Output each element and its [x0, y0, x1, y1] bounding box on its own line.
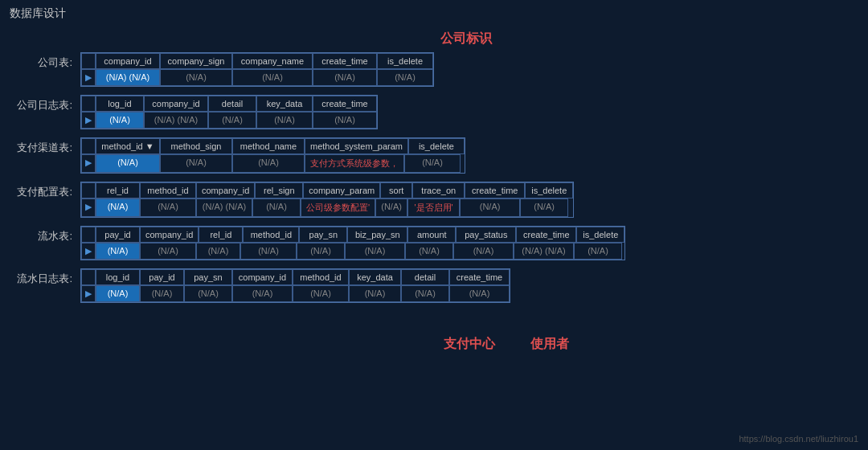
- column-header: key_data: [349, 269, 401, 285]
- table-cell: (N/A): [240, 243, 297, 260]
- table-cell: (N/A) (N/A): [144, 112, 208, 129]
- column-header: company_id: [144, 96, 208, 112]
- table-cell: (N/A): [140, 198, 196, 217]
- column-header: detail: [401, 269, 449, 285]
- table-cell: (N/A): [140, 285, 184, 302]
- column-header: rel_id: [96, 182, 140, 198]
- column-header: create_time: [516, 227, 576, 243]
- table-cell: (N/A): [349, 285, 401, 302]
- company-sign-heading: 公司标识: [80, 27, 852, 52]
- table-cell: (N/A): [208, 112, 256, 129]
- column-header: is_delete: [377, 53, 433, 69]
- table-cell: (N/A): [232, 154, 305, 173]
- column-header: method_sign: [160, 138, 232, 154]
- row-arrow: ▶: [81, 285, 96, 302]
- table-cell: (N/A) (N/A): [196, 198, 252, 217]
- table-cell: (N/A): [160, 154, 232, 173]
- column-header: company_name: [232, 53, 313, 69]
- table-label: 公司日志表:: [16, 95, 80, 112]
- column-header: is_delete: [576, 227, 624, 243]
- table-cell: (N/A): [520, 198, 568, 217]
- row-arrow: ▶: [81, 198, 96, 217]
- column-header: method_id: [293, 269, 349, 285]
- column-header: key_data: [256, 96, 313, 112]
- column-header: rel_sign: [255, 182, 303, 198]
- column-header: create_time: [465, 182, 525, 198]
- table-cell: (N/A): [449, 285, 510, 302]
- table-wrapper: pay_idcompany_idrel_idmethod_idpay_snbiz…: [80, 226, 625, 260]
- column-header: amount: [407, 227, 456, 243]
- table-cell: (N/A): [252, 198, 301, 217]
- table-cell: (N/A) (N/A): [96, 69, 160, 86]
- floating-label-user: 使用者: [530, 336, 569, 353]
- row-arrow: ▶: [81, 112, 96, 129]
- floating-label-payment-center: 支付中心: [444, 336, 495, 353]
- table-cell: (N/A): [313, 112, 377, 129]
- column-header: method_id: [243, 227, 299, 243]
- table-cell: (N/A): [160, 69, 232, 86]
- table-cell: (N/A): [96, 112, 144, 129]
- table-cell: (N/A): [232, 69, 313, 86]
- column-header: biz_pay_sn: [347, 227, 407, 243]
- db-row: 流水日志表:log_idpay_idpay_sncompany_idmethod…: [16, 268, 852, 303]
- db-row: 公司日志表:log_idcompany_iddetailkey_datacrea…: [16, 95, 852, 129]
- column-header: trace_on: [412, 182, 465, 198]
- table-cell: (N/A): [404, 154, 461, 173]
- table-cell: (N/A): [405, 243, 453, 260]
- table-cell: (N/A) (N/A): [514, 243, 574, 260]
- table-label: 支付渠道表:: [16, 137, 80, 155]
- table-cell: (N/A): [460, 198, 520, 217]
- column-header: detail: [208, 96, 256, 112]
- table-wrapper: rel_idmethod_idcompany_idrel_signcompany…: [80, 182, 574, 218]
- column-header: sort: [380, 182, 412, 198]
- table-cell: (N/A): [232, 285, 293, 302]
- table-cell: (N/A): [96, 198, 140, 217]
- column-header: pay_sn: [184, 269, 232, 285]
- column-header: company_param: [303, 182, 380, 198]
- column-header: create_time: [449, 269, 510, 285]
- row-arrow: ▶: [81, 243, 96, 260]
- column-header: company_id: [232, 269, 293, 285]
- db-row: 公司表:company_idcompany_signcompany_namecr…: [16, 52, 852, 87]
- table-cell: (N/A): [256, 112, 313, 129]
- table-cell: (N/A): [377, 69, 433, 86]
- table-cell: (N/A): [313, 69, 377, 86]
- table-cell: (N/A): [574, 243, 622, 260]
- table-cell: (N/A): [401, 285, 449, 302]
- column-header: is_delete: [408, 138, 465, 154]
- column-header: rel_id: [199, 227, 243, 243]
- column-header: pay_id: [96, 227, 140, 243]
- table-cell: '是否启用': [407, 198, 460, 217]
- table-wrapper: company_idcompany_signcompany_namecreate…: [80, 52, 434, 87]
- column-header: method_id ▼: [96, 138, 160, 154]
- table-cell: (N/A): [184, 285, 232, 302]
- table-cell: (N/A): [196, 243, 240, 260]
- table-label: 流水表:: [16, 226, 80, 243]
- column-header: pay_status: [456, 227, 516, 243]
- column-header: pay_id: [140, 269, 184, 285]
- column-header: company_id: [196, 182, 255, 198]
- table-cell: (N/A): [96, 285, 140, 302]
- table-wrapper: log_idcompany_iddetailkey_datacreate_tim…: [80, 95, 378, 129]
- table-cell: (N/A): [375, 198, 407, 217]
- column-header: method_name: [232, 138, 305, 154]
- column-header: is_delete: [525, 182, 573, 198]
- table-cell: (N/A): [293, 285, 349, 302]
- column-header: method_system_param: [305, 138, 408, 154]
- db-row: 流水表:pay_idcompany_idrel_idmethod_idpay_s…: [16, 226, 852, 260]
- table-label: 流水日志表:: [16, 268, 80, 286]
- table-cell: 公司级参数配置': [301, 198, 375, 217]
- column-header: log_id: [96, 96, 144, 112]
- column-header: log_id: [96, 269, 140, 285]
- table-cell: (N/A): [297, 243, 345, 260]
- table-cell: (N/A): [96, 154, 160, 173]
- table-cell: (N/A): [96, 243, 140, 260]
- table-wrapper: log_idpay_idpay_sncompany_idmethod_idkey…: [80, 268, 510, 303]
- row-arrow: ▶: [81, 154, 96, 173]
- table-cell: 支付方式系统级参数，: [305, 154, 404, 173]
- column-header: create_time: [313, 96, 377, 112]
- column-header: method_id: [140, 182, 196, 198]
- row-arrow: ▶: [81, 69, 96, 86]
- table-label: 公司表:: [16, 52, 80, 70]
- footer-url: https://blog.csdn.net/liuzhirou1: [739, 434, 858, 444]
